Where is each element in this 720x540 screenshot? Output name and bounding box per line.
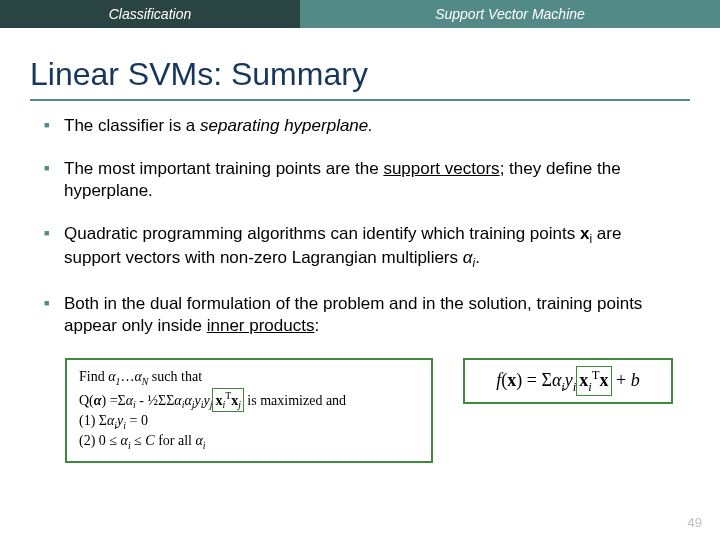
slide: Classification Support Vector Machine Li… (0, 0, 720, 540)
inner-product-box: xiTx (576, 366, 611, 397)
opt-line-1: Find α1…αN such that (79, 368, 419, 388)
optimization-box: Find α1…αN such that Q(α) =Σαi - ½ΣΣαiαj… (65, 358, 433, 463)
inner-product-box: xiTxj (212, 388, 243, 413)
bullet-item: Both in the dual formulation of the prob… (42, 293, 678, 336)
header-bar: Classification Support Vector Machine (0, 0, 720, 28)
bullet-item: Quadratic programming algorithms can ide… (42, 223, 678, 272)
title-rule (30, 99, 690, 101)
bullet-item: The most important training points are t… (42, 158, 678, 201)
decision-function-box: f(x) = ΣαiyixiTx + b (463, 358, 673, 405)
opt-line-4: (2) 0 ≤ αi ≤ C for all αi (79, 432, 419, 452)
opt-line-2: Q(α) =Σαi - ½ΣΣαiαjyiyjxiTxj is maximize… (79, 388, 419, 413)
slide-title: Linear SVMs: Summary (0, 28, 720, 99)
bullet-item: The classifier is a separating hyperplan… (42, 115, 678, 136)
header-left: Classification (0, 0, 300, 28)
opt-line-3: (1) Σαiyi = 0 (79, 412, 419, 432)
header-right: Support Vector Machine (300, 0, 720, 28)
formula-boxes: Find α1…αN such that Q(α) =Σαi - ½ΣΣαiαj… (0, 358, 720, 463)
page-number: 49 (688, 515, 702, 530)
bullet-list: The classifier is a separating hyperplan… (0, 115, 720, 336)
